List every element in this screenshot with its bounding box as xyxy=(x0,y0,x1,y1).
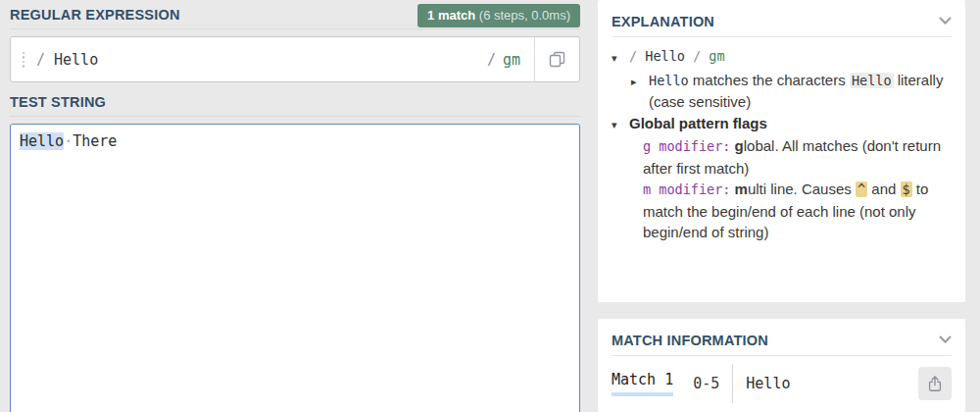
explanation-panel: EXPLANATION ▾ / Hello / gm ▸ Hello match… xyxy=(598,0,965,302)
explanation-pattern-row: ▾ / Hello / gm xyxy=(612,46,952,70)
explanation-title: EXPLANATION xyxy=(612,14,714,29)
regex-input[interactable]: / Hello / gm xyxy=(10,36,580,82)
regex-pattern-text[interactable]: Hello xyxy=(54,51,98,69)
m-modifier-row: m modifier: multi line. Causes ^ and $ t… xyxy=(643,179,952,243)
match-label[interactable]: Match 1 xyxy=(612,371,673,396)
regex-open-delimiter: / xyxy=(36,51,45,69)
dollar-anchor-chip: $ xyxy=(901,181,912,197)
matched-text-highlight: Hello xyxy=(20,132,64,150)
g-modifier-code: g modifier: xyxy=(643,138,730,154)
match-row[interactable]: Match 1 0-5 Hello xyxy=(612,364,952,403)
whitespace-dot: · xyxy=(64,132,73,150)
collapse-triangle-icon[interactable]: ▾ xyxy=(612,113,629,136)
test-string-section-header: TEST STRING xyxy=(10,93,580,117)
exp-close-delim: / xyxy=(685,48,709,64)
regex-section-title: REGULAR EXPRESSION xyxy=(10,7,180,23)
divider xyxy=(732,364,733,403)
m-modifier-text-2: and xyxy=(867,180,900,197)
explanation-flags-row: ▾ Global pattern flags xyxy=(612,113,952,136)
regex-close-delimiter: / xyxy=(487,51,496,69)
drag-handle-icon[interactable] xyxy=(11,52,36,68)
match-value: Hello xyxy=(746,375,790,392)
export-icon xyxy=(926,375,944,392)
collapse-triangle-icon[interactable]: ▾ xyxy=(612,46,629,70)
global-flags-label: Global pattern flags xyxy=(629,113,952,136)
caret-anchor-chip: ^ xyxy=(856,181,867,197)
g-modifier-row: g modifier: global. All matches (don't r… xyxy=(643,135,952,179)
results-column: EXPLANATION ▾ / Hello / gm ▸ Hello match… xyxy=(598,0,965,412)
expand-triangle-icon[interactable]: ▸ xyxy=(631,70,649,113)
match-count-badge: 1 match (6 steps, 0.0ms) xyxy=(417,4,580,27)
test-string-rest: There xyxy=(73,132,117,150)
match-information-title: MATCH INFORMATION xyxy=(612,333,768,348)
test-string-section-title: TEST STRING xyxy=(10,94,106,110)
hello-code: Hello xyxy=(649,73,689,88)
exp-pattern: Hello xyxy=(645,48,685,64)
match-information-panel: MATCH INFORMATION Match 1 0-5 Hello xyxy=(598,319,965,412)
explanation-hello-row: ▸ Hello matches the characters Hello lit… xyxy=(631,70,952,113)
hello-text-1: matches the characters xyxy=(689,72,850,88)
chevron-down-icon[interactable] xyxy=(939,335,952,344)
exp-flags: gm xyxy=(709,48,724,64)
steps-time-text: (6 steps, 0.0ms) xyxy=(475,8,570,23)
match-range: 0-5 xyxy=(693,375,719,392)
exp-open-delim: / xyxy=(629,48,645,64)
editor-column: REGULAR EXPRESSION 1 match (6 steps, 0.0… xyxy=(10,0,580,412)
explanation-header: EXPLANATION xyxy=(612,0,952,37)
copy-icon xyxy=(549,51,565,68)
regex-section-header: REGULAR EXPRESSION 1 match (6 steps, 0.0… xyxy=(10,0,580,29)
match-count-text: 1 match xyxy=(427,8,475,23)
test-string-editor[interactable]: Hello·There xyxy=(10,124,580,412)
hello-chip: Hello xyxy=(850,73,894,88)
copy-button[interactable] xyxy=(534,37,579,81)
chevron-down-icon[interactable] xyxy=(939,17,952,26)
export-matches-button[interactable] xyxy=(918,367,952,400)
match-information-header: MATCH INFORMATION xyxy=(612,319,952,356)
regex-flags[interactable]: gm xyxy=(503,51,520,69)
g-bold-letter: g xyxy=(735,137,744,154)
explanation-content: ▾ / Hello / gm ▸ Hello matches the chara… xyxy=(612,37,952,243)
m-modifier-code: m modifier: xyxy=(643,181,730,197)
m-modifier-text-1: ulti line. Causes xyxy=(748,180,856,197)
m-bold-letter: m xyxy=(735,180,748,197)
